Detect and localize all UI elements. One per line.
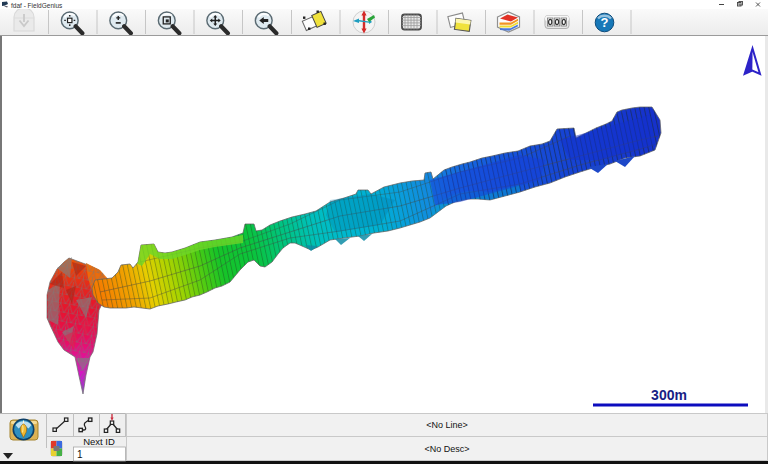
svg-text:1: 1	[77, 449, 83, 460]
svg-text:Next ID: Next ID	[83, 436, 115, 447]
svg-text:?: ?	[601, 15, 609, 30]
